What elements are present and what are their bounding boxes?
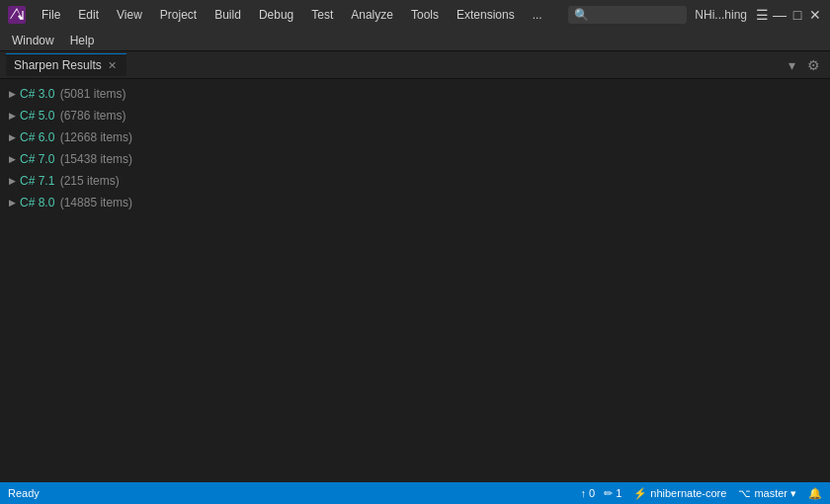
minimize-button[interactable]: —: [773, 8, 787, 22]
menu-project[interactable]: Project: [152, 4, 205, 26]
branch-name: master: [754, 487, 788, 499]
maximize-button[interactable]: □: [790, 8, 804, 22]
panel-settings-icon[interactable]: ⚙: [803, 55, 824, 75]
status-right: ↑ 0 ✏ 1 ⚡ nhibernate-core ⌥ master ▾ 🔔: [581, 487, 823, 500]
menu-ellipsis[interactable]: ...: [525, 4, 550, 26]
close-button[interactable]: ✕: [808, 8, 822, 22]
menu-analyze[interactable]: Analyze: [343, 4, 401, 26]
tree-item-count: (15438 items): [56, 152, 132, 166]
vs-logo-icon: [8, 6, 26, 24]
menu-tools[interactable]: Tools: [403, 4, 447, 26]
menu-window[interactable]: Window: [4, 30, 62, 51]
tree-item-count: (215 items): [56, 174, 119, 188]
window-controls: ☰ — □ ✕: [755, 8, 822, 22]
tree-item[interactable]: ▶ C# 7.1 (215 items): [0, 170, 830, 192]
status-left: Ready: [8, 487, 40, 499]
title-search-box[interactable]: 🔍: [568, 6, 687, 24]
tree-item-count: (6786 items): [56, 109, 125, 123]
tree-item-label: C# 3.0: [20, 87, 54, 101]
repo-name: nhibernate-core: [650, 487, 726, 499]
pencil-icon: ✏: [604, 487, 613, 500]
tree-arrow-icon: ▶: [4, 129, 20, 145]
tree-item-count: (14885 items): [56, 196, 132, 210]
title-bar: File Edit View Project Build Debug Test …: [0, 0, 830, 30]
menu-help[interactable]: Help: [62, 30, 103, 51]
tree-item-label: C# 8.0: [20, 196, 54, 210]
status-bar: Ready ↑ 0 ✏ 1 ⚡ nhibernate-core ⌥ master…: [0, 482, 830, 504]
status-ready[interactable]: Ready: [8, 487, 40, 499]
branch-icon: ⌥: [738, 487, 751, 500]
status-repo[interactable]: ⚡ nhibernate-core: [633, 487, 726, 500]
window-menu-button[interactable]: ☰: [755, 8, 769, 22]
window-title: NHi...hing: [695, 8, 747, 22]
tree-arrow-icon: ▶: [4, 108, 20, 124]
panel-chevron-icon[interactable]: ▾: [785, 55, 799, 75]
pencil-count: 1: [616, 487, 622, 499]
repo-icon: ⚡: [633, 487, 647, 500]
sharpen-results-tab[interactable]: Sharpen Results ✕: [6, 53, 126, 76]
tree-item-label: C# 7.0: [20, 152, 54, 166]
tree-item-count: (5081 items): [56, 87, 125, 101]
menu-debug[interactable]: Debug: [251, 4, 301, 26]
menu-bar: File Edit View Project Build Debug Test …: [34, 4, 560, 26]
status-notifications[interactable]: 🔔: [808, 487, 822, 500]
tab-close-icon[interactable]: ✕: [106, 59, 119, 72]
panel-header: Sharpen Results ✕ ▾ ⚙: [0, 51, 830, 79]
menu-test[interactable]: Test: [303, 4, 341, 26]
branch-chevron-icon: ▾: [790, 487, 796, 500]
tree-arrow-icon: ▶: [4, 86, 20, 102]
tree-arrow-icon: ▶: [4, 151, 20, 167]
tree-item[interactable]: ▶ C# 3.0 (5081 items): [0, 83, 830, 105]
tree-item-label: C# 7.1: [20, 174, 54, 188]
menu-file[interactable]: File: [34, 4, 68, 26]
menu-edit[interactable]: Edit: [70, 4, 107, 26]
menu-extensions[interactable]: Extensions: [449, 4, 523, 26]
tab-label: Sharpen Results: [14, 58, 102, 72]
tree-view: ▶ C# 3.0 (5081 items) ▶ C# 5.0 (6786 ite…: [0, 79, 830, 482]
tree-item[interactable]: ▶ C# 5.0 (6786 items): [0, 105, 830, 126]
arrow-up-icon: ↑: [581, 487, 587, 499]
tree-item-label: C# 6.0: [20, 130, 54, 144]
sync-count: 0: [589, 487, 595, 499]
tree-item[interactable]: ▶ C# 8.0 (14885 items): [0, 192, 830, 213]
tree-item-label: C# 5.0: [20, 109, 54, 123]
panel-actions: ▾ ⚙: [785, 55, 824, 75]
menu-view[interactable]: View: [109, 4, 150, 26]
tree-item[interactable]: ▶ C# 7.0 (15438 items): [0, 148, 830, 170]
secondary-menu-row: Window Help: [0, 30, 830, 51]
status-sync[interactable]: ↑ 0 ✏ 1: [581, 487, 622, 500]
tree-arrow-icon: ▶: [4, 195, 20, 210]
tree-item[interactable]: ▶ C# 6.0 (12668 items): [0, 126, 830, 148]
tree-arrow-icon: ▶: [4, 173, 20, 189]
menu-build[interactable]: Build: [207, 4, 249, 26]
search-icon: 🔍: [574, 8, 589, 22]
tree-item-count: (12668 items): [56, 130, 132, 144]
status-branch[interactable]: ⌥ master ▾: [738, 487, 796, 500]
